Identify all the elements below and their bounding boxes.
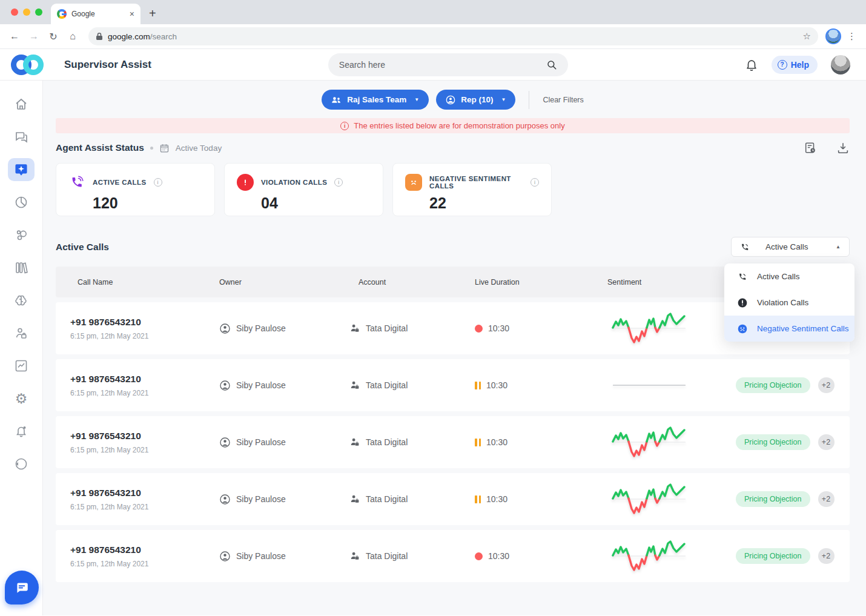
google-favicon	[57, 9, 67, 19]
maximize-window-button[interactable]	[35, 8, 42, 16]
duration-status	[475, 439, 481, 446]
more-count-badge[interactable]: +2	[818, 434, 835, 450]
page-title: Supervisor Assist	[64, 59, 151, 71]
phone-icon	[738, 272, 747, 282]
brain-icon	[14, 293, 28, 308]
sidebar-item-ai[interactable]	[8, 289, 35, 312]
sidebar-item-notifications[interactable]	[8, 420, 35, 443]
browser-tab-strip: Google × +	[0, 0, 866, 24]
account-name: Tata Digital	[366, 437, 408, 447]
call-datetime: 6:15 pm, 12th May 2021	[70, 446, 219, 454]
download-icon[interactable]	[836, 141, 850, 154]
owner-avatar-icon	[219, 323, 231, 334]
account-icon	[349, 494, 360, 505]
team-filter-label: Raj Sales Team	[347, 95, 406, 104]
rep-filter-dropdown[interactable]: Rep (10) ▼	[436, 90, 515, 110]
sidebar-item-user-management[interactable]	[8, 322, 35, 345]
owner-avatar-icon	[219, 380, 231, 391]
browser-menu-icon[interactable]: ⋮	[844, 31, 860, 42]
phone-icon	[68, 174, 85, 191]
info-icon[interactable]: i	[154, 178, 162, 187]
team-filter-dropdown[interactable]: Raj Sales Team ▼	[322, 90, 429, 110]
close-tab-icon[interactable]: ×	[130, 10, 134, 18]
table-row[interactable]: +91 9876543210 6:15 pm, 12th May 2021 Si…	[56, 473, 850, 525]
sidebar-item-teams[interactable]	[8, 224, 35, 247]
sentiment-chart	[612, 312, 687, 345]
rep-icon	[446, 95, 455, 105]
live-indicator-icon	[475, 552, 483, 560]
back-icon[interactable]: ←	[6, 28, 23, 45]
home-icon-toolbar[interactable]: ⌂	[64, 28, 81, 45]
active-calls-card: ACTIVE CALLS i 120	[56, 163, 215, 216]
url-text: google.com/search	[108, 32, 177, 41]
menu-item-negative-sentiment-calls[interactable]: Negative Sentiment Calls	[724, 316, 854, 342]
more-count-badge[interactable]: +2	[818, 548, 835, 564]
info-icon[interactable]: i	[531, 178, 539, 187]
reload-icon[interactable]: ↻	[45, 28, 62, 45]
call-datetime: 6:15 pm, 12th May 2021	[70, 503, 219, 511]
rep-filter-label: Rep (10)	[461, 95, 493, 104]
address-bar[interactable]: google.com/search ☆	[88, 27, 818, 45]
search-input[interactable]	[339, 60, 540, 70]
sidebar-item-reports[interactable]	[8, 191, 35, 214]
filters-row: Raj Sales Team ▼ Rep (10) ▼ Clear Filter…	[56, 90, 850, 110]
window-controls[interactable]	[11, 8, 42, 16]
call-name: +91 9876543210	[70, 488, 219, 498]
phone-icon	[740, 242, 750, 252]
global-search[interactable]	[328, 53, 568, 76]
call-name: +91 9876543210	[70, 317, 219, 328]
info-icon[interactable]: i	[334, 178, 343, 187]
tag-pill[interactable]: Pricing Objection	[736, 377, 810, 393]
sidebar-item-library[interactable]	[8, 256, 35, 279]
sidebar-item-analytics[interactable]	[8, 354, 35, 377]
tab-title: Google	[71, 10, 125, 18]
menu-item-violation-calls[interactable]: Violation Calls	[724, 290, 854, 316]
owner-name: Siby Paulose	[236, 494, 286, 504]
sad-face-icon	[738, 324, 747, 334]
tags-cell: Pricing Objection +2	[719, 377, 850, 393]
home-icon	[14, 97, 28, 111]
app-logo	[11, 55, 44, 75]
live-duration: 10:30	[488, 323, 509, 333]
table-row[interactable]: +91 9876543210 6:15 pm, 12th May 2021 Si…	[56, 530, 850, 582]
clear-filters-button[interactable]: Clear Filters	[543, 96, 583, 104]
browser-profile-avatar[interactable]	[825, 28, 841, 44]
team-icon	[331, 96, 342, 104]
column-live-duration: Live Duration	[468, 278, 580, 286]
tag-pill[interactable]: Pricing Objection	[736, 491, 810, 507]
sidebar-item-conversations[interactable]	[8, 125, 35, 148]
sidebar-item-logout[interactable]	[8, 452, 35, 475]
active-calls-label: ACTIVE CALLS	[93, 179, 147, 186]
period-label: Active Today	[176, 144, 222, 153]
user-management-icon	[14, 326, 28, 340]
bookmark-star-icon[interactable]: ☆	[803, 31, 811, 42]
call-type-dropdown-button[interactable]: Active Calls ▲	[731, 237, 850, 257]
help-button[interactable]: ? Help	[772, 56, 818, 74]
notification-bell-icon[interactable]	[745, 58, 758, 71]
duration-status	[475, 495, 481, 503]
tag-pill[interactable]: Pricing Objection	[736, 548, 810, 564]
user-avatar[interactable]	[831, 55, 850, 75]
sidebar-item-home[interactable]	[8, 93, 35, 116]
scheduled-report-icon[interactable]	[804, 141, 817, 154]
sidebar: ⚙	[0, 81, 43, 615]
browser-tab[interactable]: Google ×	[51, 4, 140, 24]
chevron-up-icon: ▲	[836, 244, 841, 250]
sidebar-item-agent-assist[interactable]	[8, 158, 35, 181]
menu-item-active-calls[interactable]: Active Calls	[724, 263, 854, 290]
negative-sentiment-card: NEGATIVE SENTIMENT CALLS i 22	[392, 163, 552, 216]
forward-icon[interactable]: →	[25, 28, 42, 45]
table-row[interactable]: +91 9876543210 6:15 pm, 12th May 2021 Si…	[56, 416, 850, 468]
sidebar-item-settings[interactable]: ⚙	[8, 387, 35, 410]
tag-pill[interactable]: Pricing Objection	[736, 434, 810, 450]
more-count-badge[interactable]: +2	[818, 491, 835, 507]
call-datetime: 6:15 pm, 12th May 2021	[70, 389, 219, 397]
chat-widget-button[interactable]	[5, 571, 39, 604]
more-count-badge[interactable]: +2	[818, 377, 835, 393]
close-window-button[interactable]	[11, 8, 18, 16]
new-tab-button[interactable]: +	[149, 7, 156, 21]
column-owner: Owner	[219, 278, 349, 286]
table-row[interactable]: +91 9876543210 6:15 pm, 12th May 2021 Si…	[56, 359, 850, 411]
agent-assist-status-title: Agent Assist Status	[56, 142, 144, 153]
minimize-window-button[interactable]	[23, 8, 30, 16]
